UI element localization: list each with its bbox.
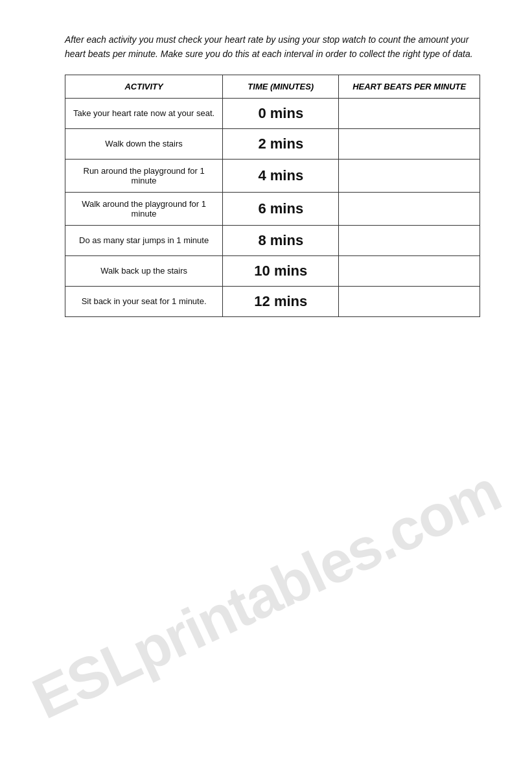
activity-cell: Sit back in your seat for 1 minute. — [65, 286, 223, 316]
activity-cell: Do as many star jumps in 1 minute — [65, 225, 223, 255]
table-row: Run around the playground for 1 minute4 … — [65, 159, 480, 192]
table-row: Walk around the playground for 1 minute6… — [65, 192, 480, 225]
header-time: TIME (MINUTES) — [223, 75, 339, 98]
activity-cell: Walk down the stairs — [65, 128, 223, 159]
heartbeat-cell — [339, 128, 480, 159]
watermark: ESLprintables.com — [23, 458, 510, 732]
header-heartbeat: HEART BEATS PER MINUTE — [339, 75, 480, 98]
activity-cell: Run around the playground for 1 minute — [65, 159, 223, 192]
table-row: Walk back up the stairs10 mins — [65, 255, 480, 286]
activity-cell: Take your heart rate now at your seat. — [65, 98, 223, 128]
page: After each activity you must check your … — [0, 0, 532, 758]
time-cell: 2 mins — [223, 128, 339, 159]
table-row: Walk down the stairs2 mins — [65, 128, 480, 159]
heartbeat-cell — [339, 255, 480, 286]
header-activity: ACTIVITY — [65, 75, 223, 98]
time-cell: 0 mins — [223, 98, 339, 128]
heartbeat-cell — [339, 192, 480, 225]
time-cell: 4 mins — [223, 159, 339, 192]
table-row: Do as many star jumps in 1 minute8 mins — [65, 225, 480, 255]
time-cell: 10 mins — [223, 255, 339, 286]
heartbeat-cell — [339, 98, 480, 128]
time-cell: 8 mins — [223, 225, 339, 255]
table-row: Take your heart rate now at your seat.0 … — [65, 98, 480, 128]
intro-paragraph: After each activity you must check your … — [65, 32, 480, 62]
heartbeat-cell — [339, 159, 480, 192]
heartbeat-cell — [339, 286, 480, 316]
activity-cell: Walk back up the stairs — [65, 255, 223, 286]
time-cell: 6 mins — [223, 192, 339, 225]
table-row: Sit back in your seat for 1 minute.12 mi… — [65, 286, 480, 316]
activity-table: ACTIVITY TIME (MINUTES) HEART BEATS PER … — [65, 75, 480, 317]
heartbeat-cell — [339, 225, 480, 255]
activity-cell: Walk around the playground for 1 minute — [65, 192, 223, 225]
time-cell: 12 mins — [223, 286, 339, 316]
